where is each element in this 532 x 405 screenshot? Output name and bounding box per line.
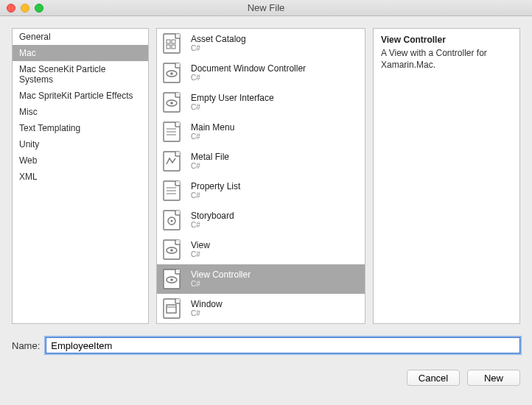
template-item[interactable]: WindowC# [157,294,365,323]
template-subtitle: C# [191,133,234,141]
template-name: Document Window Controller [191,64,306,74]
window-controls [7,4,43,13]
template-subtitle: C# [191,221,234,229]
template-item[interactable]: Metal FileC# [157,147,365,176]
category-item[interactable]: Mac SceneKit Particle Systems [13,61,148,88]
svg-point-13 [170,72,173,75]
template-name: Property List [191,182,240,191]
template-file-icon [163,151,183,172]
template-file-icon [163,122,183,142]
template-name: Metal File [191,152,229,162]
template-file-icon [163,210,183,230]
template-file-icon [163,298,183,319]
titlebar: New File [0,0,532,16]
template-item[interactable]: Empty User InterfaceC# [157,88,365,117]
template-file-icon [163,63,183,83]
dialog-body: GeneralMacMac SceneKit Particle SystemsM… [0,16,532,324]
cancel-button[interactable]: Cancel [407,370,460,386]
template-list[interactable]: Asset CatalogC#Document Window Controlle… [156,28,365,324]
template-item[interactable]: Property ListC# [157,176,365,205]
template-subtitle: C# [191,103,274,111]
minimize-icon[interactable] [21,4,29,13]
template-name: View Controller [191,270,251,280]
category-item[interactable]: Web [13,152,148,169]
template-file-icon [163,269,183,289]
svg-point-49 [170,249,173,252]
template-item[interactable]: Main MenuC# [157,117,365,147]
template-file-icon [163,92,183,113]
category-item[interactable]: XML [13,169,148,185]
name-label: Name: [12,340,40,351]
template-name: Storyboard [191,211,234,221]
name-row: Name: [12,337,520,353]
template-name: Asset Catalog [191,35,246,44]
window-title: New File [0,2,532,13]
category-item[interactable]: Mac SpriteKit Particle Effects [13,88,148,104]
category-item[interactable]: Misc [13,104,148,120]
description-body: A View with a Controller for Xamarin.Mac… [381,48,512,71]
category-item[interactable]: General [13,29,148,45]
zoom-icon[interactable] [35,4,43,13]
template-item[interactable]: View ControllerC# [157,264,365,294]
template-subtitle: C# [191,250,210,258]
svg-point-19 [170,102,173,105]
svg-point-55 [170,278,173,281]
template-name: Main Menu [191,123,234,133]
template-subtitle: C# [191,191,240,200]
template-name: View [191,241,210,250]
category-item[interactable]: Mac [13,45,148,61]
svg-point-43 [171,220,173,222]
template-file-icon [163,239,183,260]
description-title: View Controller [381,35,512,45]
template-subtitle: C# [191,74,306,82]
description-pane: View Controller A View with a Controller… [373,28,520,324]
template-subtitle: C# [191,162,229,170]
template-item[interactable]: Asset CatalogC# [157,29,365,58]
template-subtitle: C# [191,309,223,317]
template-name: Window [191,300,223,309]
category-list[interactable]: GeneralMacMac SceneKit Particle SystemsM… [12,28,149,324]
new-button[interactable]: New [467,370,520,386]
close-icon[interactable] [7,4,15,13]
category-item[interactable]: Unity [13,136,148,152]
template-file-icon [163,33,183,54]
footer: Cancel New [0,353,532,398]
name-input[interactable] [46,337,520,353]
template-subtitle: C# [191,44,246,52]
template-file-icon [163,180,183,201]
template-item[interactable]: StoryboardC# [157,205,365,235]
template-item[interactable]: ViewC# [157,235,365,264]
category-item[interactable]: Text Templating [13,120,148,136]
template-item[interactable]: Document Window ControllerC# [157,58,365,88]
template-name: Empty User Interface [191,94,274,103]
template-subtitle: C# [191,280,251,288]
